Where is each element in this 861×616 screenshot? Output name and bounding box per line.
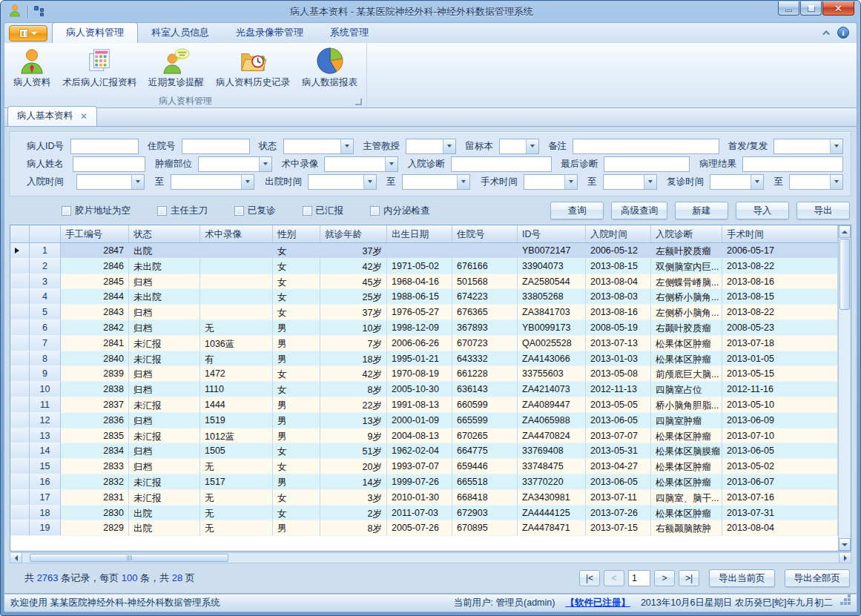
revisit-time-to-select[interactable] (789, 174, 843, 190)
table-cell[interactable]: 51岁 (320, 443, 387, 459)
table-row[interactable]: 132835未汇报1012蓝男9岁2004-08-13670265ZA44708… (10, 428, 838, 444)
table-cell[interactable]: 42岁 (320, 366, 387, 382)
table-cell[interactable]: ZA4214073 (518, 382, 586, 397)
table-cell[interactable]: 出院 (129, 506, 200, 521)
table-cell[interactable]: 672903 (452, 506, 518, 521)
discharge-time-from-select[interactable] (308, 174, 376, 190)
table-cell[interactable]: 1976-05-27 (387, 305, 452, 320)
table-cell[interactable]: 37岁 (320, 243, 387, 259)
table-cell[interactable]: 2013-06-05 (586, 413, 651, 428)
intraop-video-select[interactable] (324, 156, 398, 172)
table-row[interactable]: 192829出院无男8岁2005-07-26670895ZA4478471201… (10, 520, 838, 536)
table-cell[interactable]: 2013-08-16 (586, 305, 651, 320)
row-selector-cell[interactable] (10, 413, 30, 428)
table-cell[interactable]: 2013-05-05 (586, 397, 651, 413)
table-cell[interactable]: 男 (273, 320, 320, 336)
row-selector-cell[interactable] (10, 366, 30, 382)
table-cell[interactable]: 1036蓝 (200, 336, 273, 351)
table-cell[interactable]: 2008-05-19 (586, 320, 651, 336)
table-cell[interactable] (200, 274, 273, 290)
table-row[interactable]: 102838归档1110女8岁2005-10-30636143ZA4214073… (10, 382, 838, 397)
table-cell[interactable]: 无 (200, 490, 273, 506)
last-page-button[interactable]: >| (679, 570, 699, 586)
table-cell[interactable]: 1519 (200, 413, 273, 428)
row-number-cell[interactable]: 3 (30, 274, 61, 290)
table-row[interactable]: 62842归档无男10岁1998-12-09367893YB0099173200… (10, 320, 838, 336)
row-selector-cell[interactable] (10, 428, 30, 444)
column-header-4[interactable]: 性别 (273, 225, 320, 242)
table-cell[interactable]: 2013-08-15 (586, 259, 651, 274)
row-selector-cell[interactable] (10, 397, 30, 413)
table-row[interactable]: 112837未汇报1444男22岁1991-08-13660599ZA40894… (10, 397, 838, 413)
table-cell[interactable]: 无 (200, 320, 273, 336)
checkbox-icon[interactable] (157, 206, 167, 216)
table-cell[interactable]: 未汇报 (129, 474, 200, 490)
table-cell[interactable]: 2846 (61, 259, 129, 274)
table-row[interactable]: 172831未汇报无女3岁2010-01-30668418ZA343098120… (10, 490, 838, 506)
table-cell[interactable]: 33769408 (518, 443, 586, 459)
table-cell[interactable]: 2842 (61, 320, 129, 336)
table-cell[interactable]: 松果体区肿瘤 (651, 428, 722, 444)
table-cell[interactable]: 1472 (200, 366, 273, 382)
table-cell[interactable]: 男 (273, 520, 320, 536)
import-button[interactable]: 导入 (736, 202, 789, 219)
table-cell[interactable]: 2013-08-22 (722, 305, 838, 320)
scroll-right-button[interactable] (839, 553, 851, 563)
table-cell[interactable]: 33770220 (518, 474, 586, 490)
checkbox-icon[interactable] (234, 206, 244, 216)
ribbon-tab-system-management[interactable]: 系统管理 (317, 23, 382, 43)
table-cell[interactable]: 2841 (61, 336, 129, 351)
table-cell[interactable]: 女 (273, 305, 320, 320)
table-row[interactable]: 82840未汇报有男18岁1995-01-21643332ZA414306620… (10, 351, 838, 367)
table-cell[interactable]: 2013-08-16 (722, 274, 838, 290)
table-cell[interactable]: 1962-02-04 (387, 443, 452, 459)
table-cell[interactable]: 2000-01-09 (387, 413, 452, 428)
table-row[interactable]: 22846未出院女42岁1971-05-02676166339040732013… (10, 259, 838, 274)
ribbon-collapse-chevron-icon[interactable] (822, 30, 830, 37)
row-number-cell[interactable]: 4 (30, 289, 61, 305)
table-cell[interactable]: 2005-07-26 (387, 520, 452, 536)
table-cell[interactable]: 2006-05-17 (722, 243, 838, 259)
row-number-cell[interactable]: 7 (30, 336, 61, 351)
table-cell[interactable]: 2012-11-13 (586, 382, 651, 397)
table-cell[interactable]: 归档 (129, 274, 200, 290)
inpatient-no-input[interactable] (182, 139, 250, 154)
table-cell[interactable]: 2013-07-11 (586, 490, 651, 506)
table-cell[interactable]: 2013-06-05 (586, 474, 651, 490)
specimen-select[interactable] (499, 139, 540, 154)
table-cell[interactable]: 1971-05-02 (387, 259, 452, 274)
table-cell[interactable]: 2006-06-26 (387, 336, 452, 351)
table-cell[interactable]: 1444 (200, 397, 273, 413)
table-cell[interactable]: 665518 (452, 474, 518, 490)
table-cell[interactable]: 男 (273, 413, 320, 428)
table-cell[interactable]: 无 (200, 506, 273, 521)
first-recur-select[interactable] (773, 139, 843, 154)
table-cell[interactable]: 670265 (452, 428, 518, 444)
table-row[interactable]: 162832未汇报1517男14岁1999-07-266655183377022… (10, 474, 838, 490)
table-cell[interactable]: QA0025528 (518, 336, 586, 351)
patient-id-input[interactable] (70, 139, 139, 154)
table-cell[interactable]: 2847 (61, 243, 129, 259)
table-cell[interactable]: 松果体区肿瘤 (651, 351, 722, 367)
query-button[interactable]: 查询 (550, 202, 604, 219)
row-selector-cell[interactable] (10, 490, 30, 506)
admission-dx-input[interactable] (451, 156, 552, 172)
table-cell[interactable]: 未汇报 (129, 428, 200, 444)
row-number-cell[interactable]: 16 (30, 474, 61, 490)
table-cell[interactable]: 674223 (452, 289, 518, 305)
row-number-cell[interactable]: 6 (30, 320, 61, 336)
table-cell[interactable] (452, 243, 518, 259)
table-cell[interactable]: 2013-07-07 (586, 428, 651, 444)
table-cell[interactable]: 664775 (452, 443, 518, 459)
table-cell[interactable]: 未出院 (129, 259, 200, 274)
column-header-9[interactable]: 入院时间 (586, 225, 651, 242)
table-cell[interactable] (200, 289, 273, 305)
final-dx-input[interactable] (604, 156, 690, 172)
dropdown-arrow-icon[interactable] (385, 157, 397, 171)
table-cell[interactable]: 45岁 (320, 274, 387, 290)
table-cell[interactable]: 2831 (61, 490, 129, 506)
table-cell[interactable]: 女 (273, 506, 320, 521)
table-cell[interactable]: 1012蓝 (200, 428, 273, 444)
table-cell[interactable]: 女 (273, 274, 320, 290)
surgery-time-from-select[interactable] (524, 174, 578, 190)
